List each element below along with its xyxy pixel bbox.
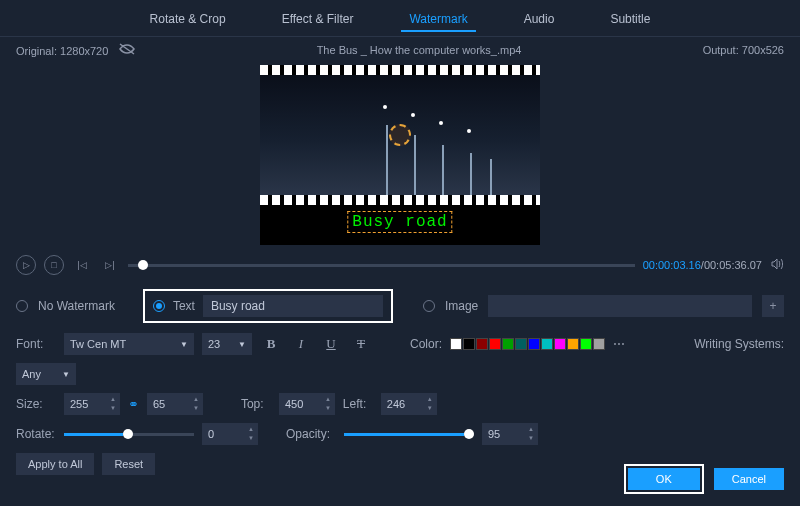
color-label: Color:: [410, 337, 442, 351]
radio-image-watermark[interactable]: [423, 300, 435, 312]
height-spinner[interactable]: ▲▼: [147, 393, 203, 415]
output-dimensions: Output: 700x526: [703, 44, 784, 56]
timeline-scrubber[interactable]: [128, 264, 635, 267]
color-swatch[interactable]: [502, 338, 514, 350]
color-swatch[interactable]: [580, 338, 592, 350]
strikethrough-button[interactable]: T: [350, 333, 372, 355]
rotate-slider[interactable]: [64, 433, 194, 436]
color-swatch[interactable]: [554, 338, 566, 350]
preview-toggle-icon[interactable]: [119, 45, 135, 57]
left-label: Left:: [343, 397, 373, 411]
ok-button[interactable]: OK: [628, 468, 700, 490]
image-path-input[interactable]: [488, 295, 752, 317]
opacity-label: Opacity:: [286, 427, 336, 441]
playback-controls: ▷ □ |◁ ▷| 00:00:03.16/00:05:36.07: [0, 249, 800, 281]
bold-button[interactable]: B: [260, 333, 282, 355]
prev-frame-button[interactable]: |◁: [72, 255, 92, 275]
left-spinner[interactable]: ▲▼: [381, 393, 437, 415]
play-button[interactable]: ▷: [16, 255, 36, 275]
size-label: Size:: [16, 397, 56, 411]
tab-rotate-crop[interactable]: Rotate & Crop: [142, 8, 234, 32]
info-bar: Original: 1280x720 The Bus _ How the com…: [0, 37, 800, 63]
image-watermark-label: Image: [445, 299, 478, 313]
filename: The Bus _ How the computer works_.mp4: [135, 44, 702, 56]
dialog-footer: OK Cancel: [624, 464, 784, 494]
text-watermark-input[interactable]: [203, 295, 383, 317]
color-swatch[interactable]: [567, 338, 579, 350]
original-dimensions: Original: 1280x720: [16, 43, 135, 57]
font-family-select[interactable]: Tw Cen MT▼: [64, 333, 194, 355]
opacity-slider[interactable]: [344, 433, 474, 436]
color-swatch[interactable]: [593, 338, 605, 350]
editor-tabs: Rotate & Crop Effect & Filter Watermark …: [0, 0, 800, 37]
top-label: Top:: [241, 397, 271, 411]
add-image-button[interactable]: +: [762, 295, 784, 317]
time-display: 00:00:03.16/00:05:36.07: [643, 259, 762, 271]
rotate-spinner[interactable]: ▲▼: [202, 423, 258, 445]
top-spinner[interactable]: ▲▼: [279, 393, 335, 415]
video-scene: [260, 75, 540, 195]
writing-systems-label: Writing Systems:: [694, 337, 784, 351]
film-strip-bottom: [260, 195, 540, 205]
rotate-label: Rotate:: [16, 427, 56, 441]
color-swatches[interactable]: [450, 338, 605, 350]
text-watermark-group: Text: [143, 289, 393, 323]
width-spinner[interactable]: ▲▼: [64, 393, 120, 415]
no-watermark-label: No Watermark: [38, 299, 115, 313]
color-swatch[interactable]: [476, 338, 488, 350]
preview-area: Busy road: [0, 63, 800, 249]
link-dimensions-icon[interactable]: ⚭: [128, 397, 139, 412]
apply-to-all-button[interactable]: Apply to All: [16, 453, 94, 475]
volume-icon[interactable]: [770, 257, 784, 274]
italic-button[interactable]: I: [290, 333, 312, 355]
tab-watermark[interactable]: Watermark: [401, 8, 475, 32]
stop-button[interactable]: □: [44, 255, 64, 275]
video-frame: Busy road: [260, 65, 540, 245]
underline-button[interactable]: U: [320, 333, 342, 355]
font-size-select[interactable]: 23▼: [202, 333, 252, 355]
more-colors-icon[interactable]: ⋯: [613, 337, 625, 351]
opacity-spinner[interactable]: ▲▼: [482, 423, 538, 445]
writing-systems-select[interactable]: Any▼: [16, 363, 76, 385]
next-frame-button[interactable]: ▷|: [100, 255, 120, 275]
film-strip-top: [260, 65, 540, 75]
watermark-overlay[interactable]: Busy road: [347, 211, 452, 233]
radio-no-watermark[interactable]: [16, 300, 28, 312]
text-watermark-label: Text: [173, 299, 195, 313]
cancel-button[interactable]: Cancel: [714, 468, 784, 490]
font-label: Font:: [16, 337, 56, 351]
tab-subtitle[interactable]: Subtitle: [602, 8, 658, 32]
rotation-pivot-icon[interactable]: [389, 124, 411, 146]
color-swatch[interactable]: [528, 338, 540, 350]
color-swatch[interactable]: [450, 338, 462, 350]
tab-effect-filter[interactable]: Effect & Filter: [274, 8, 362, 32]
color-swatch[interactable]: [463, 338, 475, 350]
color-swatch[interactable]: [489, 338, 501, 350]
watermark-panel: No Watermark Text Image + Font: Tw Cen M…: [0, 281, 800, 475]
radio-text-watermark[interactable]: [153, 300, 165, 312]
color-swatch[interactable]: [541, 338, 553, 350]
color-swatch[interactable]: [515, 338, 527, 350]
timeline-thumb[interactable]: [138, 260, 148, 270]
reset-button[interactable]: Reset: [102, 453, 155, 475]
tab-audio[interactable]: Audio: [516, 8, 563, 32]
